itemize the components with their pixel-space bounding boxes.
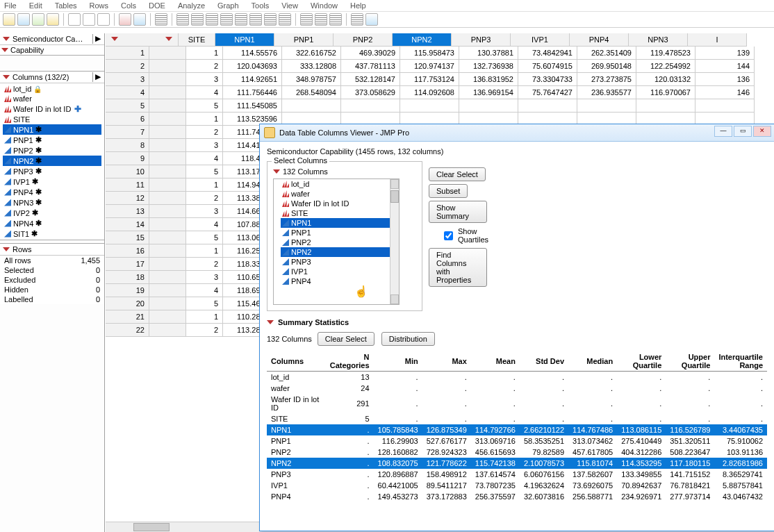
chart-icon[interactable] (249, 13, 262, 26)
menu-help[interactable]: Help (350, 1, 366, 10)
chart-icon[interactable] (315, 13, 327, 26)
menu-doe[interactable]: DOE (149, 1, 165, 10)
menu-bar: FileEditTablesRowsColsDOEAnalyzeGraphToo… (0, 0, 774, 12)
tool-copy-icon[interactable] (83, 13, 95, 26)
tool-new-icon[interactable] (3, 13, 15, 26)
menu-edit[interactable]: Edit (29, 1, 42, 10)
tool-icon[interactable] (119, 13, 131, 26)
tool-save-icon[interactable] (32, 13, 44, 26)
chart-icon[interactable] (300, 13, 313, 26)
chart-icon[interactable] (351, 13, 363, 26)
tool-cut-icon[interactable] (68, 13, 81, 26)
tool-icon[interactable] (133, 13, 146, 26)
menu-tables[interactable]: Tables (55, 1, 77, 10)
chart-icon[interactable] (176, 13, 189, 26)
menu-file[interactable]: File (4, 1, 17, 10)
menu-rows[interactable]: Rows (90, 1, 109, 10)
menu-tools[interactable]: Tools (252, 1, 270, 10)
chart-icon[interactable] (191, 13, 204, 26)
chart-icon[interactable] (220, 13, 233, 26)
chart-icon[interactable] (264, 13, 277, 26)
chart-icon[interactable] (155, 13, 167, 26)
chart-icon[interactable] (279, 13, 291, 26)
tool-open-icon[interactable] (17, 13, 30, 26)
menu-cols[interactable]: Cols (121, 1, 136, 10)
chart-icon[interactable] (206, 13, 218, 26)
chart-icon[interactable] (329, 13, 342, 26)
menu-window[interactable]: Window (311, 1, 338, 10)
menu-view[interactable]: View (281, 1, 298, 10)
main-toolbar (0, 12, 774, 28)
tool-paste-icon[interactable] (97, 13, 110, 26)
menu-graph[interactable]: Graph (217, 1, 239, 10)
menu-analyze[interactable]: Analyze (178, 1, 205, 10)
chart-icon[interactable] (235, 13, 247, 26)
tool-icon[interactable] (47, 13, 59, 26)
chart-icon[interactable] (365, 13, 378, 26)
